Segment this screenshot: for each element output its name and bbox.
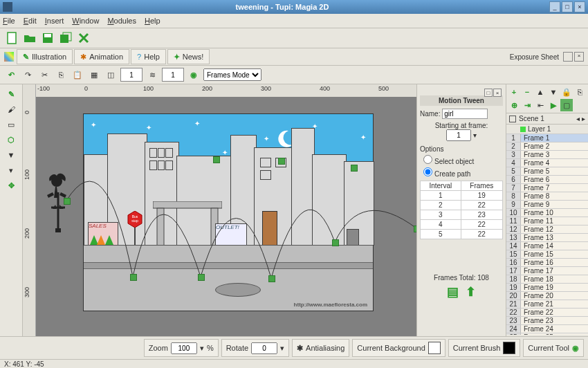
- tween-start-spinner[interactable]: [446, 129, 471, 141]
- exp-shrink-button[interactable]: ⇤: [534, 99, 546, 111]
- zoom-input[interactable]: [171, 342, 197, 354]
- close-window-button[interactable]: ×: [574, 1, 585, 12]
- cut-button[interactable]: ✂: [37, 68, 51, 82]
- close-file-button[interactable]: [76, 30, 91, 46]
- exp-play-button[interactable]: ▶: [547, 99, 560, 111]
- redo-button[interactable]: ↷: [21, 68, 35, 82]
- frame-row[interactable]: 22Frame 22: [506, 309, 588, 317]
- brush-group[interactable]: Current Brush: [448, 339, 520, 357]
- new-file-button[interactable]: [4, 30, 19, 46]
- exp-extend-button[interactable]: ⇥: [521, 99, 533, 111]
- path-handle[interactable]: [64, 198, 71, 205]
- menu-insert[interactable]: Insert: [45, 17, 64, 25]
- layers-icon[interactable]: ≋: [145, 68, 159, 82]
- apply-tween-button[interactable]: ▤: [447, 284, 459, 300]
- frame-row[interactable]: 6Frame 6: [506, 176, 588, 184]
- layer-row[interactable]: Layer 1: [506, 125, 588, 134]
- layer-icon[interactable]: ◫: [104, 68, 118, 82]
- menu-window[interactable]: Window: [72, 17, 99, 25]
- frame-row[interactable]: 5Frame 5: [506, 167, 588, 176]
- viewport[interactable]: ✦✦ ✦✦ ✦✦ ✦✦ ✦✦ ✦✦: [36, 97, 416, 336]
- fill-tool[interactable]: ▼: [3, 148, 19, 162]
- frame-spinner-1[interactable]: [120, 68, 143, 82]
- path-handle[interactable]: [414, 226, 416, 232]
- menu-edit[interactable]: Edit: [24, 17, 37, 25]
- scene-tab[interactable]: Scene 1 ◂ ▸: [506, 113, 588, 125]
- tab-illustration[interactable]: ✎Illustration: [17, 49, 73, 64]
- path-handle[interactable]: [198, 274, 205, 281]
- path-handle[interactable]: [213, 156, 220, 163]
- minimize-button[interactable]: _: [549, 1, 560, 12]
- frame-row[interactable]: 15Frame 15: [506, 250, 588, 259]
- frame-spinner-2[interactable]: [162, 68, 184, 82]
- frame-row[interactable]: 8Frame 8: [506, 192, 588, 201]
- menu-modules[interactable]: Modules: [107, 17, 136, 25]
- dropper-tool[interactable]: ▾: [3, 163, 19, 177]
- tab-help[interactable]: ?Help: [131, 49, 166, 64]
- saveas-button[interactable]: [58, 30, 73, 46]
- open-file-button[interactable]: [22, 30, 37, 46]
- select-object-radio[interactable]: [423, 155, 432, 164]
- background-group[interactable]: Current Background: [352, 339, 445, 357]
- rotate-input[interactable]: [251, 342, 277, 354]
- frame-row[interactable]: 17Frame 17: [506, 267, 588, 275]
- undo-button[interactable]: ↶: [4, 68, 18, 82]
- frame-row[interactable]: 23Frame 23: [506, 317, 588, 325]
- exp-remove-button[interactable]: −: [521, 86, 533, 98]
- frame-row[interactable]: 25Frame 25: [506, 333, 588, 335]
- frame-row[interactable]: 16Frame 16: [506, 259, 588, 267]
- frame-row[interactable]: 18Frame 18: [506, 275, 588, 284]
- frame-row[interactable]: 3Frame 3: [506, 151, 588, 159]
- frame-row[interactable]: 21Frame 21: [506, 300, 588, 309]
- frame-row[interactable]: 12Frame 12: [506, 226, 588, 234]
- path-handle[interactable]: [332, 239, 339, 246]
- save-button[interactable]: [40, 30, 55, 46]
- select-tool[interactable]: ▭: [3, 118, 19, 131]
- frame-row[interactable]: 9Frame 9: [506, 201, 588, 209]
- tween-close-icon[interactable]: ×: [493, 89, 502, 97]
- frame-row[interactable]: 13Frame 13: [506, 234, 588, 242]
- path-handle[interactable]: [278, 158, 285, 165]
- frames-mode-select[interactable]: Frames Mode: [203, 68, 261, 81]
- exp-view-button[interactable]: ▢: [560, 99, 573, 111]
- pencil-tool[interactable]: ✎: [3, 87, 19, 101]
- path-handle[interactable]: [268, 275, 275, 282]
- exp-lock-button[interactable]: 🔒: [560, 86, 573, 98]
- copy-button[interactable]: ⎘: [54, 68, 68, 82]
- antialiasing-button[interactable]: ✱Antialiasing: [292, 339, 349, 357]
- frame-row[interactable]: 14Frame 14: [506, 242, 588, 250]
- node-tool[interactable]: ⬡: [3, 133, 19, 147]
- color-swatch-icon[interactable]: [4, 52, 14, 62]
- brush-tool[interactable]: 🖌: [3, 102, 19, 116]
- frame-row[interactable]: 1Frame 1: [506, 134, 588, 142]
- tool-group[interactable]: Current Tool◉: [523, 339, 584, 357]
- maximize-button[interactable]: □: [562, 1, 573, 12]
- frame-row[interactable]: 2Frame 2: [506, 142, 588, 151]
- menu-file[interactable]: File: [3, 17, 15, 25]
- path-handle[interactable]: [130, 274, 137, 281]
- frame-row[interactable]: 4Frame 4: [506, 159, 588, 167]
- reset-tween-button[interactable]: ⬆: [466, 284, 476, 300]
- exp-down-button[interactable]: ▼: [547, 86, 560, 98]
- tween-name-input[interactable]: [442, 109, 488, 119]
- exp-copy-button[interactable]: ⎘: [573, 86, 586, 98]
- exp-add-button[interactable]: +: [508, 86, 520, 98]
- frame-row[interactable]: 10Frame 10: [506, 209, 588, 217]
- frame-row[interactable]: 11Frame 11: [506, 217, 588, 226]
- path-handle[interactable]: [351, 165, 358, 172]
- frame-row[interactable]: 20Frame 20: [506, 292, 588, 300]
- exp-insert-button[interactable]: ⊕: [508, 99, 520, 111]
- tab-news[interactable]: ✦News!: [167, 49, 210, 64]
- create-path-radio[interactable]: [423, 167, 432, 176]
- frame-row[interactable]: 24Frame 24: [506, 325, 588, 333]
- grid-button[interactable]: ▦: [87, 68, 101, 82]
- frame-row[interactable]: 19Frame 19: [506, 284, 588, 292]
- paste-button[interactable]: 📋: [71, 68, 84, 82]
- menu-help[interactable]: Help: [145, 17, 160, 25]
- panel-restore-icon[interactable]: [563, 52, 573, 62]
- tab-animation[interactable]: ✱Animation: [74, 49, 129, 64]
- exp-up-button[interactable]: ▲: [534, 86, 546, 98]
- tween-restore-icon[interactable]: □: [484, 89, 493, 97]
- move-tool[interactable]: ✥: [3, 178, 19, 192]
- frame-row[interactable]: 7Frame 7: [506, 184, 588, 192]
